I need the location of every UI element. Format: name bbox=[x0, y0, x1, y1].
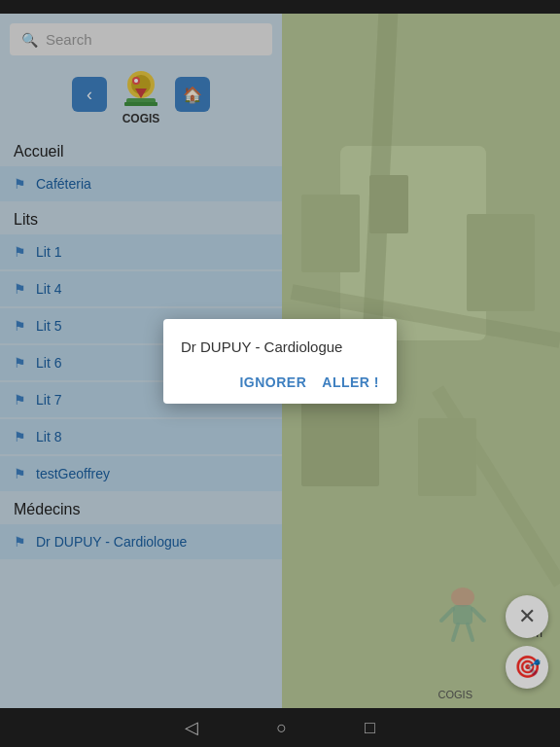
dialog: Dr DUPUY - Cardiologue IGNORER ALLER ! bbox=[163, 319, 397, 404]
go-button[interactable]: ALLER ! bbox=[322, 374, 379, 390]
navigation-bar: ◁ ○ □ bbox=[0, 708, 560, 747]
status-bar bbox=[0, 0, 560, 14]
dialog-actions: IGNORER ALLER ! bbox=[181, 374, 379, 390]
ignore-button[interactable]: IGNORER bbox=[239, 374, 306, 390]
nav-back-icon[interactable]: ◁ bbox=[185, 717, 198, 738]
nav-home-icon[interactable]: ○ bbox=[276, 718, 287, 738]
dialog-message: Dr DUPUY - Cardiologue bbox=[181, 338, 379, 355]
modal-overlay: Dr DUPUY - Cardiologue IGNORER ALLER ! bbox=[0, 14, 560, 708]
nav-recent-icon[interactable]: □ bbox=[365, 718, 375, 738]
